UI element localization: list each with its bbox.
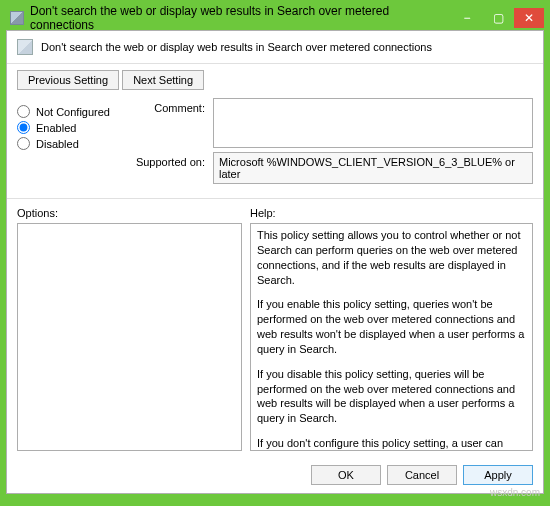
titlebar: Don't search the web or display web resu… (6, 6, 544, 30)
help-column: Help: This policy setting allows you to … (250, 207, 533, 451)
radio-disabled-input[interactable] (17, 137, 30, 150)
app-icon (10, 11, 24, 25)
comment-label: Comment: (135, 98, 213, 114)
window-title: Don't search the web or display web resu… (30, 4, 451, 32)
close-button[interactable]: ✕ (514, 8, 544, 28)
radio-enabled[interactable]: Enabled (17, 121, 127, 134)
cancel-button[interactable]: Cancel (387, 465, 457, 485)
help-panel[interactable]: This policy setting allows you to contro… (250, 223, 533, 451)
radio-disabled[interactable]: Disabled (17, 137, 127, 150)
radio-not-configured[interactable]: Not Configured (17, 105, 127, 118)
supported-value: Microsoft %WINDOWS_CLIENT_VERSION_6_3_BL… (213, 152, 533, 184)
radio-not-configured-input[interactable] (17, 105, 30, 118)
supported-label: Supported on: (135, 152, 213, 168)
minimize-button[interactable]: − (452, 8, 482, 28)
comment-input[interactable] (213, 98, 533, 148)
state-radio-group: Not Configured Enabled Disabled (17, 98, 127, 188)
help-paragraph: This policy setting allows you to contro… (257, 228, 526, 287)
previous-setting-button[interactable]: Previous Setting (17, 70, 119, 90)
radio-enabled-input[interactable] (17, 121, 30, 134)
client-area: Don't search the web or display web resu… (6, 30, 544, 494)
help-paragraph: If you disable this policy setting, quer… (257, 367, 526, 426)
config-section: Not Configured Enabled Disabled Comment:… (7, 96, 543, 199)
lower-section: Options: Help: This policy setting allow… (7, 199, 543, 457)
options-column: Options: (17, 207, 242, 451)
policy-summary: Don't search the web or display web resu… (41, 41, 432, 53)
form-col: Comment: Supported on: Microsoft %WINDOW… (135, 98, 533, 188)
options-label: Options: (17, 207, 242, 219)
help-label: Help: (250, 207, 533, 219)
next-setting-button[interactable]: Next Setting (122, 70, 204, 90)
maximize-button[interactable]: ▢ (483, 8, 513, 28)
ok-button[interactable]: OK (311, 465, 381, 485)
supported-row: Supported on: Microsoft %WINDOWS_CLIENT_… (135, 152, 533, 184)
help-paragraph: If you don't configure this policy setti… (257, 436, 526, 451)
radio-disabled-label: Disabled (36, 138, 79, 150)
policy-icon (17, 39, 33, 55)
radio-enabled-label: Enabled (36, 122, 76, 134)
comment-row: Comment: (135, 98, 533, 148)
apply-button[interactable]: Apply (463, 465, 533, 485)
options-panel[interactable] (17, 223, 242, 451)
nav-row: Previous Setting Next Setting (7, 64, 543, 96)
radio-not-configured-label: Not Configured (36, 106, 110, 118)
help-paragraph: If you enable this policy setting, queri… (257, 297, 526, 356)
dialog-footer: OK Cancel Apply (7, 457, 543, 493)
header-row: Don't search the web or display web resu… (7, 31, 543, 64)
